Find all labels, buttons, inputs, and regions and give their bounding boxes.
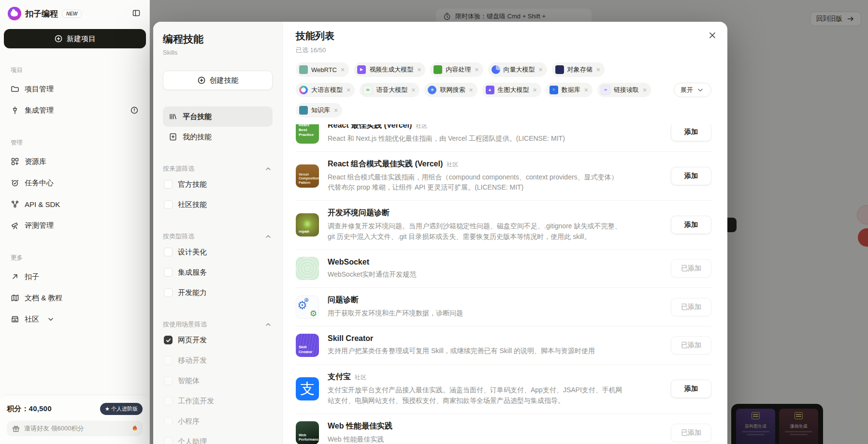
skill-row: WebPerformanceWeb 性能最佳实践Web 性能最佳实践已添加: [296, 414, 711, 444]
added-button[interactable]: 已添加: [671, 259, 711, 278]
filter-option-智能体[interactable]: 智能体: [163, 370, 273, 391]
filter-option-开发能力[interactable]: 开发能力: [163, 282, 273, 303]
add-button[interactable]: 添加: [671, 167, 711, 185]
plan-badge[interactable]: ★ 个人进阶版: [100, 403, 143, 415]
sidebar: 扣子编程 NEW 新建项目 项目项目管理集成管理管理资源库任务中心API & S…: [0, 0, 150, 444]
checkbox[interactable]: [164, 268, 173, 277]
skill-info: React 最佳实践 (Vercel)社区React 和 Next.js 性能优…: [328, 124, 623, 144]
remove-tag-icon[interactable]: ×: [643, 87, 647, 93]
sidebar-item-项目管理[interactable]: 项目管理: [6, 78, 144, 100]
panel-subtitle: Skills: [163, 49, 273, 56]
panel-title: 编程技能: [163, 32, 273, 46]
remove-tag-icon[interactable]: ×: [341, 66, 345, 73]
sidebar-item-扣子[interactable]: 扣子: [6, 266, 144, 287]
filter-option-label: 设计美化: [178, 248, 207, 257]
sidebar-item-API & SDK[interactable]: API & SDK: [6, 193, 144, 215]
tag-chip-内容处理[interactable]: 内容处理×: [430, 62, 483, 77]
added-button[interactable]: 已添加: [671, 336, 711, 355]
sidebar-item-集成管理[interactable]: 集成管理: [6, 100, 144, 121]
skill-icon-text: ReactBestPractice: [299, 124, 314, 137]
filter-option-设计美化[interactable]: 设计美化: [163, 242, 273, 262]
add-button[interactable]: 添加: [671, 216, 711, 234]
app-title: 扣子编程: [25, 8, 58, 19]
tag-chip-WebRTC[interactable]: WebRTC×: [296, 62, 349, 77]
tab-我的技能[interactable]: 我的技能: [163, 127, 273, 147]
skills-list-panel: 技能列表 已选 16/50 WebRTC×▶视频生成大模型×内容处理×向量大模型…: [283, 22, 727, 444]
filter-option-集成服务[interactable]: 集成服务: [163, 262, 273, 282]
sidebar-item-任务中心[interactable]: 任务中心: [6, 172, 144, 193]
tag-chip-向量大模型[interactable]: 向量大模型×: [488, 62, 547, 77]
tag-chip-数据库[interactable]: ≡数据库×: [546, 83, 593, 97]
sidebar-section: 项目项目管理集成管理: [0, 66, 149, 121]
add-button[interactable]: 添加: [671, 124, 711, 141]
skill-icon: SkillCreator: [296, 334, 319, 357]
checkbox[interactable]: [164, 248, 173, 256]
add-button[interactable]: 添加: [671, 380, 711, 398]
sidebar-item-社区[interactable]: 社区: [6, 309, 144, 330]
remove-tag-icon[interactable]: ×: [347, 87, 350, 93]
tag-chip-链接读取[interactable]: ∞链接读取×: [597, 83, 651, 97]
tag-chip-语音大模型[interactable]: ılı语音大模型×: [360, 83, 420, 97]
plug-icon: [11, 106, 19, 115]
create-skill-button[interactable]: 创建技能: [163, 71, 273, 90]
tag-chip-知识库[interactable]: 知识库×: [296, 103, 342, 118]
checkbox[interactable]: [164, 417, 173, 426]
filter-option-label: 开发能力: [178, 288, 207, 297]
skill-action: 添加: [671, 216, 711, 234]
tag-label: 内容处理: [446, 65, 471, 74]
filter-option-小程序[interactable]: 小程序: [163, 411, 273, 431]
tag-chip-联网搜索[interactable]: ⊕联网搜索×: [424, 83, 477, 97]
filter-option-工作流开发[interactable]: 工作流开发: [163, 391, 273, 411]
sidebar-item-label: API & SDK: [25, 200, 60, 208]
remove-tag-icon[interactable]: ×: [411, 87, 415, 93]
sidebar-item-label: 社区: [25, 315, 39, 324]
added-button[interactable]: 已添加: [671, 298, 711, 316]
filter-option-个人助理[interactable]: 个人助理: [163, 431, 273, 444]
checkbox[interactable]: [164, 356, 173, 365]
filter-option-官方技能[interactable]: 官方技能: [163, 174, 273, 194]
skill-action: 已添加: [671, 424, 711, 442]
tab-平台技能[interactable]: 平台技能: [163, 106, 273, 127]
filter-option-网页开发[interactable]: 网页开发: [163, 330, 273, 350]
checkbox[interactable]: [164, 288, 173, 297]
sidebar-collapse-icon[interactable]: [131, 8, 142, 20]
sidebar-item-文档 & 教程[interactable]: 文档 & 教程: [6, 287, 144, 309]
remove-tag-icon[interactable]: ×: [469, 87, 473, 93]
skill-description: 支持用户把某类任务整理成可复用 Skill，或继续完善已有 Skill 的说明、…: [328, 346, 623, 356]
filter-option-label: 移动开发: [178, 356, 207, 365]
checkbox[interactable]: [164, 397, 173, 405]
sidebar-item-label: 资源库: [25, 157, 46, 166]
remove-tag-icon[interactable]: ×: [475, 66, 478, 73]
skill-title-row: React 组合模式最佳实践 (Vercel)社区: [328, 159, 623, 169]
checkbox-checked[interactable]: [164, 336, 173, 344]
invite-banner[interactable]: 邀请好友 领6000积分: [7, 421, 143, 436]
sidebar-item-评测管理[interactable]: 评测管理: [6, 215, 144, 236]
skill-title-row: 开发环境问题诊断: [328, 208, 623, 218]
expand-tags-button[interactable]: 展开: [674, 83, 711, 97]
remove-tag-icon[interactable]: ×: [417, 66, 421, 73]
tag-chip-生图大模型[interactable]: ▲生图大模型×: [482, 83, 541, 97]
remove-tag-icon[interactable]: ×: [539, 66, 543, 73]
checkbox[interactable]: [164, 437, 173, 444]
skill-info: Skill Creator支持用户把某类任务整理成可复用 Skill，或继续完善…: [328, 334, 623, 356]
gear-glyph: ⚙: [310, 310, 317, 318]
filter-group: 按来源筛选官方技能社区技能: [163, 163, 273, 215]
tag-chip-大语言模型[interactable]: 大语言模型×: [296, 83, 355, 97]
new-project-button[interactable]: 新建项目: [4, 29, 146, 48]
remove-tag-icon[interactable]: ×: [596, 66, 600, 73]
close-icon[interactable]: [706, 30, 719, 42]
remove-tag-icon[interactable]: ×: [533, 87, 537, 93]
checkbox[interactable]: [164, 376, 173, 385]
tag-chip-对象存储[interactable]: 对象存储×: [552, 62, 605, 77]
checkbox[interactable]: [164, 180, 173, 189]
sidebar-item-资源库[interactable]: 资源库: [6, 151, 144, 172]
filter-option-社区技能[interactable]: 社区技能: [163, 194, 273, 215]
remove-tag-icon[interactable]: ×: [334, 107, 338, 114]
skill-title-row: Web 性能最佳实践: [328, 421, 623, 431]
filter-option-移动开发[interactable]: 移动开发: [163, 350, 273, 370]
sidebar-header: 扣子编程 NEW: [0, 0, 149, 20]
added-button[interactable]: 已添加: [671, 424, 711, 442]
tag-chip-视频生成大模型[interactable]: ▶视频生成大模型×: [354, 62, 425, 77]
checkbox[interactable]: [164, 200, 173, 209]
remove-tag-icon[interactable]: ×: [584, 87, 588, 93]
